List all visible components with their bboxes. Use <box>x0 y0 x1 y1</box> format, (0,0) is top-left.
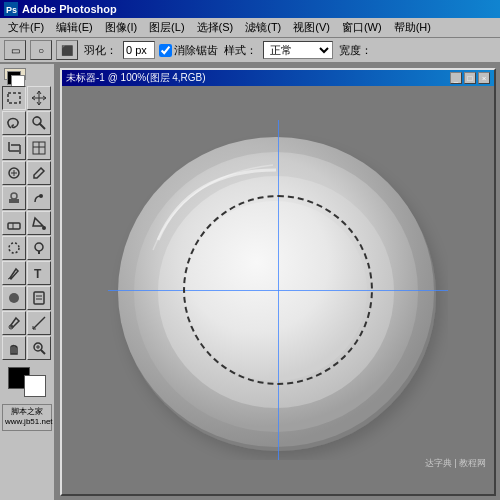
document-window: 未标器-1 @ 100%(图层 4,RGB) _ □ × <box>60 68 496 496</box>
tool-notes[interactable] <box>27 286 51 310</box>
tool-row-6 <box>2 211 52 235</box>
tool-row-2 <box>2 111 52 135</box>
menu-bar: 文件(F) 编辑(E) 图像(I) 图层(L) 选择(S) 滤镜(T) 视图(V… <box>0 18 500 38</box>
document-controls: _ □ × <box>450 72 490 84</box>
menu-edit[interactable]: 编辑(E) <box>50 18 99 37</box>
tool-move[interactable] <box>27 86 51 110</box>
svg-point-27 <box>9 293 19 303</box>
tool-lasso[interactable] <box>2 111 26 135</box>
tool-slice[interactable] <box>27 136 51 160</box>
menu-help[interactable]: 帮助(H) <box>388 18 437 37</box>
style-label: 样式： <box>224 43 257 58</box>
tool-row-8: T <box>2 261 52 285</box>
svg-text:T: T <box>34 267 42 281</box>
tool-row-3 <box>2 136 52 160</box>
feather-input[interactable] <box>123 41 155 59</box>
tool-row-7 <box>2 236 52 260</box>
watermark-right: 达字典 | 教程网 <box>425 457 486 470</box>
tool-shape[interactable] <box>2 286 26 310</box>
options-single-row-btn[interactable]: ⬛ <box>56 40 78 60</box>
antialias-checkbox[interactable] <box>159 44 172 57</box>
menu-image[interactable]: 图像(I) <box>99 18 143 37</box>
tool-text[interactable]: T <box>27 261 51 285</box>
color-tools <box>2 365 52 399</box>
color-swatches[interactable] <box>8 367 46 397</box>
plate-canvas <box>108 120 448 460</box>
svg-point-22 <box>9 243 19 253</box>
svg-line-25 <box>8 278 10 279</box>
width-label: 宽度： <box>339 43 372 58</box>
tool-pen[interactable] <box>2 261 26 285</box>
svg-rect-17 <box>11 193 17 199</box>
antialias-text: 消除锯齿 <box>174 43 218 58</box>
doc-close-btn[interactable]: × <box>478 72 490 84</box>
tool-eraser[interactable] <box>2 211 26 235</box>
tool-dodge[interactable] <box>27 236 51 260</box>
tool-stamp[interactable] <box>2 186 26 210</box>
svg-rect-2 <box>8 93 20 103</box>
menu-filter[interactable]: 滤镜(T) <box>239 18 287 37</box>
tool-row-11 <box>2 336 52 360</box>
watermark-left: 脚本之家 www.jb51.net <box>2 404 52 431</box>
tool-magic-wand[interactable] <box>27 111 51 135</box>
tool-brush[interactable] <box>27 161 51 185</box>
tool-zoom[interactable] <box>27 336 51 360</box>
menu-layer[interactable]: 图层(L) <box>143 18 190 37</box>
options-ellipse-btn[interactable]: ○ <box>30 40 52 60</box>
tool-row-1 <box>2 86 52 110</box>
menu-file[interactable]: 文件(F) <box>2 18 50 37</box>
menu-window[interactable]: 窗口(W) <box>336 18 388 37</box>
doc-minimize-btn[interactable]: _ <box>450 72 462 84</box>
menu-select[interactable]: 选择(S) <box>191 18 240 37</box>
svg-rect-19 <box>8 223 20 229</box>
app-title: Adobe Photoshop <box>22 3 117 15</box>
feather-label: 羽化： <box>84 43 117 58</box>
doc-maximize-btn[interactable]: □ <box>464 72 476 84</box>
tool-fill[interactable] <box>27 211 51 235</box>
selection-marquee <box>183 195 373 385</box>
style-select[interactable]: 正常 固定比例 固定大小 <box>263 41 333 59</box>
svg-point-21 <box>42 226 46 230</box>
menu-view[interactable]: 视图(V) <box>287 18 336 37</box>
svg-line-32 <box>33 317 45 329</box>
tool-row-5 <box>2 186 52 210</box>
document-title: 未标器-1 @ 100%(图层 4,RGB) <box>66 71 206 85</box>
svg-point-23 <box>35 243 43 251</box>
svg-point-4 <box>33 117 41 125</box>
tool-eyedrop[interactable] <box>2 311 26 335</box>
svg-rect-28 <box>34 292 44 304</box>
tool-crop[interactable] <box>2 136 26 160</box>
document-title-bar: 未标器-1 @ 100%(图层 4,RGB) _ □ × <box>62 70 494 86</box>
tool-row-4 <box>2 161 52 185</box>
svg-point-18 <box>39 194 43 198</box>
antialias-label[interactable]: 消除锯齿 <box>159 43 218 58</box>
toolbox: T <box>0 64 56 500</box>
document-content: 达字典 | 教程网 <box>62 86 494 494</box>
tool-foreground-bg[interactable] <box>4 68 26 80</box>
app-title-bar: Ps Adobe Photoshop <box>0 0 500 18</box>
tool-row-10 <box>2 311 52 335</box>
tool-heal[interactable] <box>2 161 26 185</box>
svg-text:Ps: Ps <box>6 5 17 15</box>
tool-history-brush[interactable] <box>27 186 51 210</box>
tool-blur[interactable] <box>2 236 26 260</box>
options-bar: ▭ ○ ⬛ 羽化： 消除锯齿 样式： 正常 固定比例 固定大小 宽度： <box>0 38 500 64</box>
options-rect-btn[interactable]: ▭ <box>4 40 26 60</box>
main-area: T <box>0 64 500 500</box>
app-icon: Ps <box>4 2 18 16</box>
tool-measure[interactable] <box>27 311 51 335</box>
background-swatch[interactable] <box>24 375 46 397</box>
tool-rect-marquee[interactable] <box>2 86 26 110</box>
canvas-area: 未标器-1 @ 100%(图层 4,RGB) _ □ × <box>56 64 500 500</box>
tool-hand[interactable] <box>2 336 26 360</box>
svg-line-36 <box>41 350 45 354</box>
tool-row-9 <box>2 286 52 310</box>
